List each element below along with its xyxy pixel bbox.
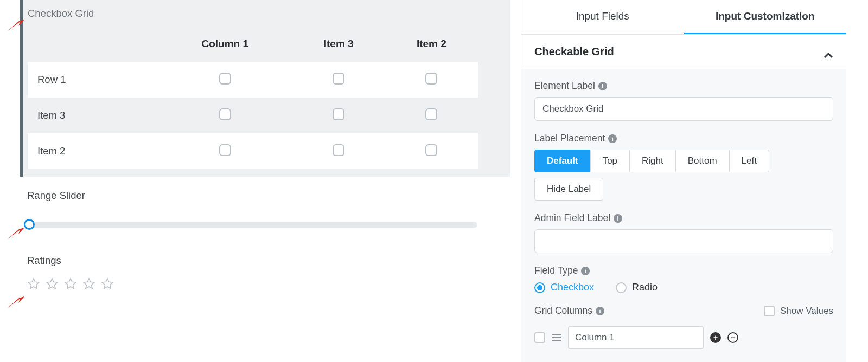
info-icon[interactable]: i (598, 82, 607, 90)
arrow-icon (6, 296, 24, 309)
checkbox[interactable] (219, 144, 231, 156)
field-label: Element Label i (534, 80, 833, 92)
ratings-stars[interactable] (27, 277, 510, 293)
checkbox[interactable] (333, 144, 344, 156)
table-row: Row 1 (28, 62, 478, 98)
range-slider-track[interactable] (27, 222, 477, 228)
table-row: Item 2 (28, 133, 478, 169)
placement-option-bottom[interactable]: Bottom (675, 150, 730, 172)
field-type-checkbox[interactable]: Checkbox (534, 282, 594, 293)
field-label: Label Placement i (534, 133, 833, 144)
remove-column-button[interactable]: − (727, 332, 738, 343)
radio-icon (616, 282, 627, 293)
placement-option-left[interactable]: Left (729, 150, 769, 172)
checkbox[interactable] (333, 108, 344, 120)
grid-column-row: + − (534, 326, 833, 349)
info-icon[interactable]: i (608, 134, 617, 143)
show-values-toggle[interactable]: Show Values (764, 306, 833, 316)
tab-input-customization[interactable]: Input Customization (684, 0, 847, 34)
grid-col-header: Column 1 (158, 28, 292, 62)
grid-row-header: Item 3 (28, 98, 158, 133)
checkbox[interactable] (333, 73, 344, 85)
tab-input-fields[interactable]: Input Fields (521, 0, 684, 34)
star-icon[interactable] (64, 277, 77, 293)
label-placement-field: Label Placement i Default Top Right Bott… (534, 133, 833, 201)
placement-option-hide[interactable]: Hide Label (534, 178, 603, 201)
drag-handle-icon[interactable] (552, 334, 561, 341)
grid-col-header: Item 2 (385, 28, 478, 62)
placement-option-top[interactable]: Top (590, 150, 630, 172)
range-slider-thumb[interactable] (24, 219, 35, 230)
field-type-field: Field Type i Checkbox Radio (534, 265, 833, 293)
radio-icon (534, 282, 545, 293)
grid-column-input[interactable] (568, 326, 704, 349)
range-slider-label: Range Slider (27, 190, 477, 202)
checkbox[interactable] (425, 144, 437, 156)
ratings-label: Ratings (27, 255, 510, 267)
arrow-icon (6, 228, 24, 241)
checkbox[interactable] (534, 332, 545, 343)
star-icon[interactable] (46, 277, 59, 293)
admin-field-label-input[interactable] (534, 229, 833, 253)
checkbox[interactable] (425, 73, 437, 85)
info-icon[interactable]: i (581, 267, 590, 275)
table-row: Item 3 (28, 98, 478, 133)
chevron-up-icon (824, 49, 833, 55)
grid-row-header: Item 2 (28, 133, 158, 169)
section-header[interactable]: Checkable Grid (521, 35, 846, 69)
checkbox[interactable] (425, 108, 437, 120)
block-label: Checkbox Grid (23, 0, 510, 28)
star-icon[interactable] (82, 277, 95, 293)
settings-panel: Input Fields Input Customization Checkab… (521, 0, 846, 362)
field-label: Admin Field Label i (534, 212, 833, 224)
info-icon[interactable]: i (614, 214, 622, 223)
add-column-button[interactable]: + (710, 332, 721, 343)
admin-field-label-field: Admin Field Label i (534, 212, 833, 253)
grid-row-header: Row 1 (28, 62, 158, 98)
range-slider-block[interactable]: Range Slider (27, 190, 477, 228)
arrow-icon (6, 20, 24, 33)
element-label-input[interactable] (534, 97, 833, 121)
field-label: Grid Columns i (534, 305, 604, 316)
grid-col-header: Item 3 (292, 28, 385, 62)
element-label-field: Element Label i (534, 80, 833, 121)
field-label: Field Type i (534, 265, 833, 276)
star-icon[interactable] (27, 277, 40, 293)
star-icon[interactable] (101, 277, 114, 293)
checkbox[interactable] (219, 73, 231, 85)
checkbox-grid-table: Column 1 Item 3 Item 2 Row 1 Item 3 (28, 28, 478, 169)
placement-option-right[interactable]: Right (629, 150, 676, 172)
ratings-block[interactable]: Ratings (27, 255, 510, 293)
grid-columns-field: Grid Columns i Show Values + − (534, 305, 833, 349)
checkbox-grid-block[interactable]: Checkbox Grid Column 1 Item 3 Item 2 Row… (20, 0, 510, 177)
field-type-radio[interactable]: Radio (616, 282, 658, 293)
section-title: Checkable Grid (534, 46, 614, 58)
info-icon[interactable]: i (596, 307, 604, 315)
checkbox[interactable] (219, 108, 231, 120)
placement-option-default[interactable]: Default (534, 150, 591, 172)
checkbox[interactable] (764, 306, 775, 316)
grid-header-blank (28, 28, 158, 62)
